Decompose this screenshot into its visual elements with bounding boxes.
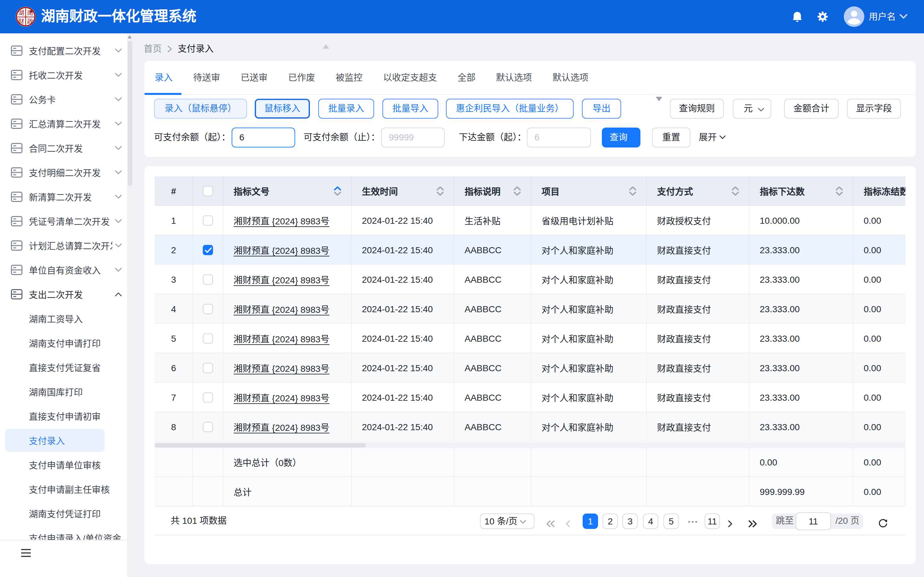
svg-text:政: 政	[27, 18, 33, 25]
svg-text:湖: 湖	[18, 10, 24, 16]
svg-text:财: 财	[18, 18, 24, 25]
svg-text:南: 南	[27, 10, 33, 16]
